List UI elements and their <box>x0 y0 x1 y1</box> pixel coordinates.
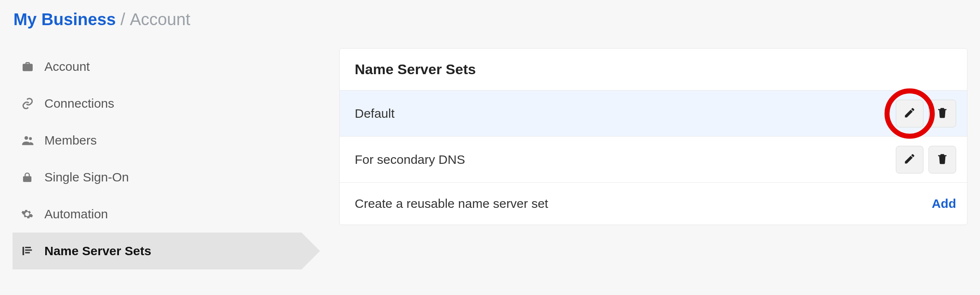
edit-button[interactable] <box>896 146 923 173</box>
sidebar-item-connections[interactable]: Connections <box>13 85 302 122</box>
briefcase-icon <box>21 60 44 73</box>
pencil-icon <box>903 106 916 120</box>
sidebar-item-automation[interactable]: Automation <box>13 196 302 233</box>
svg-rect-4 <box>25 252 30 254</box>
name-server-set-row[interactable]: Default <box>340 91 967 137</box>
delete-button[interactable] <box>928 146 956 173</box>
sidebar-item-name-server-sets[interactable]: Name Server Sets <box>13 233 302 269</box>
sidebar-item-label: Name Server Sets <box>44 244 151 258</box>
sidebar-item-account[interactable]: Account <box>13 48 302 85</box>
sidebar-item-label: Automation <box>44 207 108 221</box>
create-label: Create a reusable name server set <box>355 197 548 211</box>
svg-rect-3 <box>25 249 32 251</box>
delete-button[interactable] <box>928 100 956 127</box>
svg-point-1 <box>29 137 32 140</box>
sidebar-item-label: Account <box>44 60 90 74</box>
svg-point-0 <box>25 136 28 140</box>
breadcrumb: My Business / Account <box>13 10 967 29</box>
svg-rect-5 <box>25 247 31 248</box>
sidebar: Account Connections Members Single Sign-… <box>13 48 302 269</box>
users-icon <box>21 133 44 148</box>
sidebar-item-label: Members <box>44 133 97 148</box>
name-server-sets-panel: Name Server Sets Default <box>339 48 967 225</box>
create-row: Create a reusable name server set Add <box>340 183 967 225</box>
trash-icon <box>936 106 949 120</box>
breadcrumb-link-business[interactable]: My Business <box>13 10 116 28</box>
sidebar-item-label: Connections <box>44 96 114 111</box>
sidebar-item-sso[interactable]: Single Sign-On <box>13 159 302 196</box>
sidebar-item-label: Single Sign-On <box>44 170 129 184</box>
name-server-set-row[interactable]: For secondary DNS <box>340 137 967 183</box>
trash-icon <box>936 153 949 166</box>
pencil-icon <box>903 153 916 166</box>
svg-rect-2 <box>23 247 24 255</box>
lock-icon <box>21 171 44 184</box>
breadcrumb-separator: / <box>121 10 125 28</box>
row-label: For secondary DNS <box>355 153 465 167</box>
link-icon <box>21 97 44 110</box>
edit-button[interactable] <box>896 100 923 127</box>
row-label: Default <box>355 106 395 121</box>
bars-icon <box>21 245 44 257</box>
panel-title: Name Server Sets <box>340 49 967 91</box>
add-button[interactable]: Add <box>932 197 956 211</box>
breadcrumb-current: Account <box>130 10 191 28</box>
sidebar-item-members[interactable]: Members <box>13 122 302 159</box>
gear-icon <box>21 208 44 220</box>
